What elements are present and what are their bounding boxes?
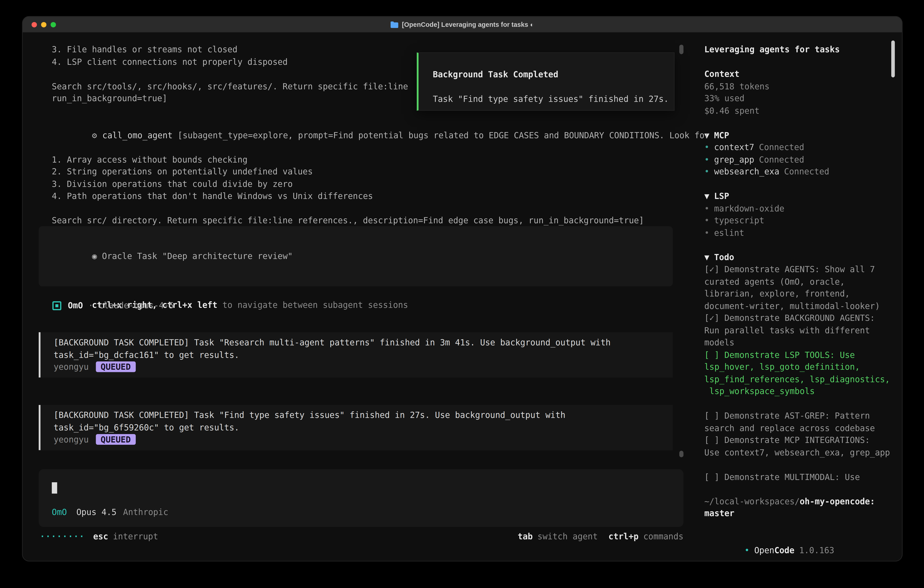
spacer — [705, 178, 893, 190]
tool-call-line: ⚙call_omo_agent [subagent_type=explore, … — [52, 117, 671, 153]
lsp-name: typescript — [714, 216, 764, 225]
lsp-item: •eslint — [705, 226, 893, 239]
toast-body: Task "Find type safety issues" finished … — [433, 93, 660, 105]
mcp-item: •grep_appConnected — [705, 153, 893, 165]
spacer — [705, 398, 893, 410]
bullet-icon: • — [705, 228, 710, 237]
app-version-line: •OpenCode1.0.163 — [705, 532, 893, 561]
agent-name: OmO — [68, 301, 83, 311]
spacer — [705, 117, 893, 129]
mcp-item: •context7Connected — [705, 141, 893, 154]
mcp-section-header[interactable]: ▼MCP — [705, 129, 893, 141]
toast-title: Background Task Completed — [433, 68, 660, 81]
gear-icon: ⚙ — [92, 130, 97, 140]
message-author: yeongyu — [54, 362, 89, 372]
spacer — [705, 520, 893, 532]
ctrlp-key-hint: ctrl+p — [609, 532, 639, 542]
bullet-icon: • — [705, 203, 710, 213]
sidebar: Leveraging agents for tasks Context 66,5… — [705, 43, 893, 561]
spacer — [705, 483, 893, 495]
context-used: 33% used — [705, 92, 893, 105]
oracle-task-panel: ◉ Oracle Task "Deep architecture review"… — [39, 226, 673, 286]
app-name-second: Code — [774, 545, 794, 555]
zoom-button[interactable] — [51, 22, 56, 27]
spacer — [705, 239, 893, 251]
app-name-first: Open — [754, 545, 774, 555]
mcp-status: Connected — [759, 155, 804, 164]
background-task-toast[interactable]: Background Task Completed Task "Find typ… — [417, 52, 675, 111]
window-title-group: [OpenCode] Leveraging agents for tasks ◐ — [391, 21, 534, 28]
spacer — [705, 458, 893, 471]
prompt-input[interactable]: OmO Opus 4.5 Anthropic — [39, 469, 683, 527]
minimize-button[interactable] — [41, 22, 46, 27]
message-meta: yeongyu QUEUED — [54, 433, 662, 446]
main-scrollbar-thumb[interactable] — [679, 451, 683, 457]
lsp-name: eslint — [714, 228, 744, 237]
oracle-hint-text: to navigate between subagent sessions — [217, 300, 408, 309]
todo-item: [ ] Demonstrate MCP INTEGRATIONS: Use co… — [705, 434, 893, 458]
todo-heading-label: Todo — [714, 252, 734, 262]
log-line: 4. Path operations that don't handle Win… — [52, 190, 671, 202]
terminal-window: [OpenCode] Leveraging agents for tasks ◐… — [23, 17, 902, 561]
log-line: Search src/ directory. Return specific f… — [52, 215, 671, 227]
commands-hint: ctrl+p commands — [609, 532, 683, 542]
context-heading: Context — [705, 68, 893, 80]
message-block: [BACKGROUND TASK COMPLETED] Task "Find t… — [39, 405, 673, 450]
lsp-item: •markdown-oxide — [705, 202, 893, 215]
todo-item: [ ] Demonstrate AST-GREP: Pattern search… — [705, 410, 893, 434]
workspace-prefix: ~/local-workspaces/ — [705, 496, 800, 506]
app-version: 1.0.163 — [799, 545, 835, 555]
message-block: [BACKGROUND TASK COMPLETED] Task "Resear… — [39, 332, 673, 377]
todo-item: [ ] Demonstrate MULTIMODAL: Use — [705, 471, 893, 483]
window-titlebar[interactable]: [OpenCode] Leveraging agents for tasks ◐ — [23, 17, 902, 33]
mcp-status: Connected — [784, 167, 830, 176]
lsp-name: markdown-oxide — [714, 203, 784, 213]
oracle-task-label: Oracle Task "Deep architecture review" — [97, 251, 293, 261]
log-line: 2. String operations on potentially unde… — [52, 165, 671, 178]
bullet-icon: • — [705, 216, 710, 225]
spacer — [705, 56, 893, 68]
session-title: Leveraging agents for tasks — [705, 43, 893, 56]
esc-key-label: interrupt — [113, 532, 158, 542]
oracle-task-line: ◉ Oracle Task "Deep architecture review" — [52, 238, 660, 274]
status-left: ········ esc interrupt — [40, 532, 158, 542]
active-model-label: Opus 4.5 — [76, 507, 117, 517]
todo-item: [✓] Demonstrate BACKGROUND AGENTS: Run p… — [705, 312, 893, 349]
spacer — [52, 202, 671, 215]
message-author: yeongyu — [54, 435, 89, 444]
separator-dot: · — [88, 301, 93, 311]
record-icon: ◉ — [92, 251, 97, 261]
log-line: 3. Division operations that could divide… — [52, 178, 671, 190]
workspace-branch: master — [705, 507, 893, 520]
active-agent-label: OmO — [52, 507, 67, 517]
context-spent: $0.46 spent — [705, 105, 893, 117]
traffic-lights — [31, 17, 56, 32]
message-meta: yeongyu QUEUED — [54, 361, 662, 373]
folder-icon — [391, 21, 398, 28]
chevron-down-icon: ▼ — [705, 191, 710, 201]
ctrlp-key-label: commands — [644, 532, 684, 542]
spinner-icon: ········ — [40, 532, 85, 542]
tool-call-args: [subagent_type=explore, prompt=Find pote… — [173, 130, 710, 140]
screen: [OpenCode] Leveraging agents for tasks ◐… — [0, 0, 924, 588]
status-bar: ········ esc interrupt tab switch agent … — [40, 530, 683, 543]
todo-item: [ ] Demonstrate LSP TOOLS: Use lsp_hover… — [705, 349, 893, 398]
text-cursor — [52, 482, 57, 494]
context-tokens: 66,518 tokens — [705, 80, 893, 92]
esc-key-hint: esc — [93, 532, 108, 542]
log-line: 1. Array access without bounds checking — [52, 153, 671, 165]
close-button[interactable] — [31, 22, 37, 27]
sidebar-scrollbar-thumb[interactable] — [891, 40, 895, 77]
omo-agent-icon — [52, 301, 61, 310]
main-scrollbar-thumb[interactable] — [679, 45, 683, 54]
bullet-icon: • — [744, 545, 749, 555]
lsp-section-header[interactable]: ▼LSP — [705, 190, 893, 202]
todo-section-header[interactable]: ▼Todo — [705, 251, 893, 263]
queued-status-badge: QUEUED — [96, 362, 135, 372]
model-provider-label: Anthropic — [123, 507, 168, 517]
bullet-icon: • — [705, 155, 710, 164]
mcp-heading-label: MCP — [714, 130, 729, 140]
message-text: [BACKGROUND TASK COMPLETED] Task "Resear… — [54, 336, 662, 361]
tab-key-hint: tab — [518, 532, 533, 542]
message-text: [BACKGROUND TASK COMPLETED] Task "Find t… — [54, 409, 662, 433]
